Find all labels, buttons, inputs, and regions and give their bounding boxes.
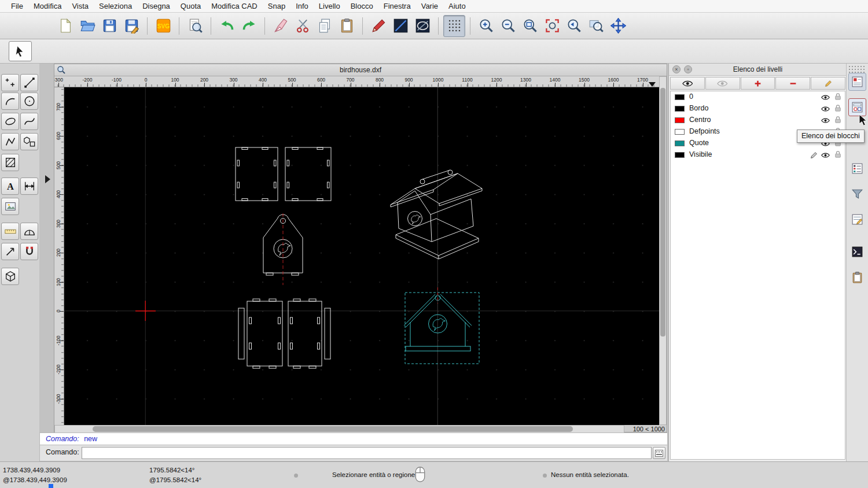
layer-lock-toggle[interactable] [834,150,841,161]
menu-item-blocco[interactable]: Blocco [345,0,378,13]
eye-dark-icon [682,80,693,87]
library-browser-toggle[interactable] [848,73,866,91]
attributes-pen-button[interactable] [367,15,389,37]
hide-all-layers-button[interactable] [705,77,740,90]
ruler-h-label: 200 [200,77,208,83]
menu-item-vista[interactable]: Vista [67,0,94,13]
horizontal-scrollbar-thumb[interactable] [93,426,573,432]
zoom-out-button[interactable] [497,15,519,37]
grid-toggle-button[interactable] [443,15,465,37]
open-file-button[interactable] [76,15,98,37]
menu-item-finestra[interactable]: Finestra [378,0,416,13]
layer-lock-toggle[interactable] [834,93,841,103]
new-document-button[interactable] [54,15,76,37]
edit-layer-button[interactable] [811,77,845,90]
measure-angle-tool-button[interactable] [20,223,38,240]
layer-visibility-toggle[interactable] [821,105,830,115]
ellipse-attributes-button[interactable] [411,15,433,37]
menu-item-livello[interactable]: Livello [314,0,345,13]
menu-item-aiuto[interactable]: Aiuto [443,0,471,13]
menu-item-snap[interactable]: Snap [263,0,290,13]
red-pen-icon [371,18,387,34]
vertical-scrollbar-thumb[interactable] [660,88,665,337]
circle-tool-button[interactable] [20,93,38,110]
layer-lock-toggle[interactable] [834,116,841,126]
delete-entities-button[interactable] [270,15,292,37]
dock-grip-handle[interactable] [848,65,866,73]
zoom-selected-button[interactable] [541,15,563,37]
selection-tool-button[interactable] [9,41,32,61]
pan-button[interactable] [607,15,629,37]
modify-tool-button[interactable] [1,243,19,260]
menu-item-seleziona[interactable]: Seleziona [94,0,137,13]
vertical-scrollbar[interactable] [659,76,667,425]
layer-list-toggle[interactable] [848,160,866,178]
layer-visibility-toggle[interactable] [821,93,830,103]
menu-item-file[interactable]: File [6,0,28,13]
horizontal-scrollbar[interactable] [54,425,624,433]
menu-item-modifica-cad[interactable]: Modifica CAD [206,0,262,13]
clipboard-panel-toggle[interactable] [848,268,866,286]
save-as-button[interactable] [120,15,142,37]
command-input[interactable] [82,447,652,459]
paste-button[interactable] [336,15,358,37]
layer-lock-toggle[interactable] [834,104,841,114]
image-tool-button[interactable] [1,198,19,215]
polyline-tool-button[interactable] [1,133,19,150]
measure-distance-tool-button[interactable] [1,223,19,240]
zoom-window-button[interactable] [585,15,607,37]
redo-button[interactable] [238,15,260,37]
layer-row-centro[interactable]: Centro [671,114,845,126]
menu-item-modifica[interactable]: Modifica [28,0,67,13]
point-tool-button[interactable] [1,74,19,91]
spline-tool-button[interactable] [20,113,38,130]
zoom-select-icon [545,18,560,34]
block-tool-button[interactable] [1,268,19,285]
menu-item-info[interactable]: Info [290,0,314,13]
menu-bar: FileModificaVistaSelezionaDisegnaQuotaMo… [0,0,868,13]
layer-row-bordo[interactable]: Bordo [671,103,845,114]
text-tool-button[interactable]: A [1,178,19,195]
add-layer-button[interactable] [741,77,775,90]
snap-tool-button[interactable] [20,243,38,260]
command-options-button[interactable] [653,447,665,459]
layer-row-0[interactable]: 0 [671,91,845,103]
polygon-tool-button[interactable] [20,133,38,150]
layer-visibility-toggle[interactable] [821,116,830,127]
drawing-canvas[interactable] [64,87,660,425]
eye-light-icon [717,80,728,87]
save-button[interactable] [98,15,120,37]
zoom-auto-button[interactable] [519,15,541,37]
selection-filter-toggle[interactable] [848,185,866,203]
zoom-previous-button[interactable] [563,15,585,37]
lock-icon [834,93,841,101]
line-attributes-button[interactable] [389,15,411,37]
layer-row-visibile[interactable]: Visibile [671,149,845,161]
dimension-tool-button[interactable] [20,178,38,195]
show-all-layers-button[interactable] [670,77,705,90]
print-preview-button[interactable] [184,15,206,37]
svg-export-button[interactable]: SVG [152,15,174,37]
ellipse-tool-button[interactable] [1,113,19,130]
ruler-v-tick [60,311,64,312]
menu-item-disegna[interactable]: Disegna [137,0,175,13]
copy-button[interactable] [314,15,336,37]
cut-button[interactable] [292,15,314,37]
ruler-h-label: -300 [54,77,63,83]
entity-properties-toggle[interactable] [848,210,866,228]
line-tool-button[interactable] [20,74,38,91]
hatch-tool-button[interactable] [1,154,19,171]
command-line-toggle[interactable] [848,243,866,261]
menu-item-quota[interactable]: Quota [175,0,206,13]
undo-button[interactable] [216,15,238,37]
arc-tool-button[interactable] [1,93,19,110]
menu-item-varie[interactable]: Varie [416,0,443,13]
remove-layer-button[interactable] [775,77,810,90]
zoom-in-button[interactable] [475,15,497,37]
point-tool-icon [4,76,17,89]
minus-icon [789,80,797,87]
layer-visibility-toggle[interactable] [821,151,830,161]
cad-tool-palette: A [0,64,39,461]
panel-expander-arrow[interactable] [45,175,50,183]
ruler-h-tick [584,83,585,87]
